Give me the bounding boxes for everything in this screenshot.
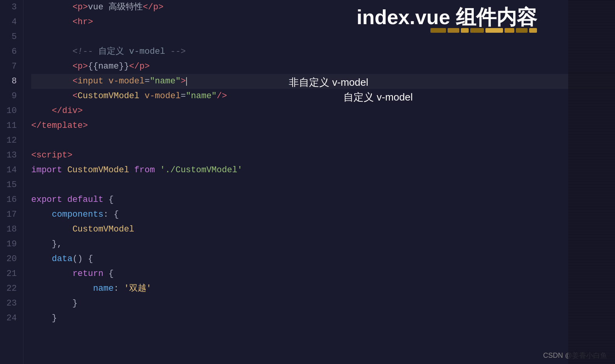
token: import [31, 163, 62, 178]
token: </template> [31, 118, 88, 133]
code-line-12 [31, 133, 615, 148]
token: { [103, 267, 114, 281]
line-number-12: 12 [0, 133, 23, 148]
token [139, 89, 144, 104]
line-number-22: 22 [0, 281, 23, 296]
token: < [73, 89, 78, 104]
token [31, 44, 73, 59]
token: () { [73, 252, 93, 267]
token: CustomVModel [73, 222, 134, 237]
token [31, 222, 73, 237]
token: <p> [73, 59, 88, 74]
line-number-7: 7 [0, 59, 23, 74]
line-number-15: 15 [0, 178, 23, 193]
token: <hr> [73, 15, 93, 30]
token: 自定义 v-model [98, 44, 165, 59]
token: './CustomVModel' [160, 163, 242, 178]
token: </p> [143, 0, 164, 15]
token: input [78, 74, 103, 89]
token: </div> [52, 104, 83, 118]
token: v-model [108, 74, 144, 89]
token: > [181, 74, 186, 89]
token: CustomVModel [78, 89, 139, 104]
line-number-18: 18 [0, 222, 23, 237]
token: '双越' [124, 281, 151, 296]
token: = [181, 89, 186, 104]
code-line-21: return { [31, 267, 615, 281]
code-line-10: </div> [31, 104, 615, 118]
code-line-16: export default { [31, 193, 615, 207]
code-line-17: components: { [31, 207, 615, 222]
token: "name" [186, 89, 217, 104]
token [31, 59, 73, 74]
token: name [93, 281, 114, 296]
token: v-model [144, 89, 180, 104]
line-number-10: 10 [0, 104, 23, 118]
token [31, 281, 93, 296]
line-number-19: 19 [0, 237, 23, 252]
token [62, 163, 67, 178]
token [31, 252, 52, 267]
line-number-20: 20 [0, 252, 23, 267]
code-line-5 [31, 30, 615, 44]
code-area: <p>vue 高级特性</p> <hr> <!-- 自定义 v-model --… [23, 0, 615, 364]
token: {{name}} [88, 59, 129, 74]
token: : { [103, 207, 119, 222]
token [31, 207, 52, 222]
line-number-11: 11 [0, 118, 23, 133]
token [103, 74, 108, 89]
code-line-7: <p>{{name}}</p> [31, 59, 615, 74]
token: CustomVModel [67, 163, 129, 178]
token: return [73, 267, 103, 281]
token: from [134, 163, 155, 178]
token: --> [165, 44, 186, 59]
token: /> [217, 89, 227, 104]
token [31, 15, 73, 30]
token: <p> [73, 0, 88, 15]
editor-container: 3456789101112131415161718192021222324 <p… [0, 0, 615, 364]
token: export [31, 193, 62, 207]
code-line-19: }, [31, 237, 615, 252]
token [31, 89, 73, 104]
token [31, 267, 73, 281]
code-line-22: name: '双越' [31, 281, 615, 296]
code-line-11: </template> [31, 118, 615, 133]
line-number-13: 13 [0, 148, 23, 163]
token: </p> [129, 59, 150, 74]
code-line-4: <hr> [31, 15, 615, 30]
code-line-8: <input v-model="name"> [31, 74, 615, 89]
token [129, 163, 134, 178]
line-number-9: 9 [0, 89, 23, 104]
token: "name" [150, 74, 181, 89]
code-line-14: import CustomVModel from './CustomVModel… [31, 163, 615, 178]
token: } [31, 311, 57, 326]
token: default [67, 193, 103, 207]
code-line-9: <CustomVModel v-model="name"/> [31, 89, 615, 104]
token [62, 193, 67, 207]
code-line-24: } [31, 311, 615, 326]
line-number-3: 3 [0, 0, 23, 15]
line-number-4: 4 [0, 15, 23, 30]
code-line-13: <script> [31, 148, 615, 163]
code-line-20: data() { [31, 252, 615, 267]
token: < [73, 74, 78, 89]
line-number-24: 24 [0, 311, 23, 326]
line-numbers: 3456789101112131415161718192021222324 [0, 0, 23, 364]
token: components [52, 207, 103, 222]
code-line-15 [31, 178, 615, 193]
line-number-14: 14 [0, 163, 23, 178]
minimap [568, 0, 615, 364]
line-number-5: 5 [0, 30, 23, 44]
text-cursor [186, 77, 187, 86]
token: { [103, 193, 114, 207]
line-number-23: 23 [0, 296, 23, 311]
token [31, 104, 52, 118]
token [31, 74, 73, 89]
code-line-23: } [31, 296, 615, 311]
token: data [52, 252, 73, 267]
token: = [144, 74, 149, 89]
code-line-3: <p>vue 高级特性</p> [31, 0, 615, 15]
token: vue 高级特性 [88, 0, 143, 15]
code-line-18: CustomVModel [31, 222, 615, 237]
line-number-8: 8 [0, 74, 23, 89]
